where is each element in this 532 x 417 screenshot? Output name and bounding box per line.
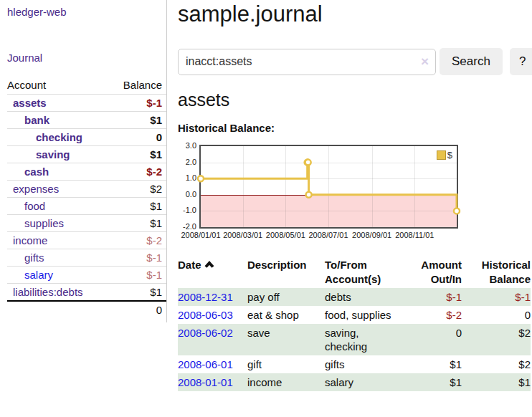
y-tick-label: -1.0 (178, 206, 196, 214)
account-row: gifts$-1 (7, 249, 166, 266)
transaction-accounts: debts (325, 288, 405, 306)
accounts-total-value: 0 (156, 304, 162, 316)
legend-label: $ (447, 150, 452, 160)
account-balance: $1 (150, 200, 162, 212)
account-balance: $-1 (146, 251, 162, 264)
help-button[interactable]: ? (510, 48, 532, 75)
column-header-balance: Historical Balance (462, 257, 531, 288)
transaction-balance: $1 (462, 373, 531, 391)
transaction-balance: $-1 (462, 288, 531, 306)
x-tick-label: 2008/09/01 (352, 231, 391, 239)
account-link[interactable]: liabilities:debts (7, 286, 83, 298)
account-row: salary$-1 (7, 266, 166, 283)
accounts-header-account: Account (7, 79, 46, 91)
y-tick-label: 2.0 (178, 158, 196, 166)
account-balance: $1 (150, 114, 162, 126)
account-balance: $-2 (146, 234, 162, 246)
clear-search-icon[interactable]: × (421, 54, 429, 68)
account-row: liabilities:debts$1 (7, 283, 166, 300)
account-link[interactable]: supplies (7, 217, 64, 229)
account-balance: 0 (156, 131, 162, 143)
accounts-total-row: 0 (7, 300, 166, 318)
transaction-date-link[interactable]: 2008-12-31 (178, 291, 233, 303)
transaction-amount: $-2 (405, 306, 462, 324)
transaction-amount: 0 (405, 324, 462, 355)
account-row: supplies$1 (7, 214, 166, 231)
account-link[interactable]: bank (7, 114, 49, 126)
transaction-accounts: food, supplies (325, 306, 405, 324)
accounts-header-balance: Balance (123, 79, 162, 91)
column-header-account: To/From Account(s) (325, 257, 405, 288)
transaction-row: 2008-06-02savesaving, checking0$2 (178, 324, 531, 355)
transaction-row: 2008-12-31pay offdebts$-1$-1 (178, 288, 531, 306)
data-point-marker (454, 208, 460, 214)
chart-title: Historical Balance: (178, 122, 532, 134)
chart-line-series (201, 146, 457, 227)
accounts-table: Account Balance assets$-1bank$1checking0… (7, 77, 166, 318)
account-balance: $1 (150, 217, 162, 229)
account-link[interactable]: saving (7, 148, 70, 160)
data-point-marker (305, 160, 311, 166)
account-link[interactable]: cash (7, 166, 49, 178)
transaction-date-link[interactable]: 2008-06-01 (178, 358, 233, 370)
y-tick-label: -2.0 (178, 222, 196, 231)
account-row: cash$-2 (7, 163, 166, 180)
register-table: Date Description To/From Account(s) Amou… (178, 257, 531, 391)
column-header-amount: Amount Out/In (405, 257, 462, 288)
transaction-description: save (247, 324, 325, 355)
account-link[interactable]: salary (7, 269, 53, 281)
account-link[interactable]: gifts (7, 251, 44, 264)
series-line (201, 163, 457, 211)
account-balance: $-1 (146, 269, 162, 281)
accounts-rows: assets$-1bank$1checking0saving$1cash$-2e… (7, 94, 166, 300)
search-bar: × Search ? (178, 48, 532, 75)
transaction-balance: $2 (462, 324, 531, 355)
y-tick-label: 1.0 (178, 173, 196, 182)
account-balance: $1 (150, 148, 162, 160)
account-row: saving$1 (7, 145, 166, 163)
account-balance: $-1 (146, 97, 162, 109)
account-link[interactable]: assets (7, 97, 47, 109)
transaction-amount: $1 (405, 373, 462, 391)
account-balance: $-2 (146, 166, 162, 178)
app-title-link[interactable]: hledger-web (7, 6, 166, 18)
transaction-row: 2008-06-03eat & shopfood, supplies$-20 (178, 306, 531, 324)
account-heading: assets (178, 90, 532, 110)
transaction-accounts: gifts (325, 355, 405, 373)
x-tick-label: 2008/11/01 (395, 231, 434, 239)
account-link[interactable]: food (7, 200, 45, 212)
transaction-accounts: saving, checking (325, 324, 405, 355)
transaction-balance: 0 (462, 306, 531, 324)
transaction-description: pay off (247, 288, 325, 306)
transaction-date-link[interactable]: 2008-06-03 (178, 309, 233, 321)
account-balance: $2 (150, 183, 162, 195)
transaction-row: 2008-01-01incomesalary$1$1 (178, 373, 531, 391)
account-link[interactable]: checking (7, 131, 82, 143)
main-content: sample.journal × Search ? assets Histori… (167, 0, 532, 391)
x-tick-label: 2008/03/01 (223, 231, 262, 239)
account-row: income$-2 (7, 231, 166, 249)
column-header-date[interactable]: Date (178, 257, 247, 288)
transaction-amount: $1 (405, 355, 462, 373)
x-tick-label: 2008/07/01 (308, 231, 348, 239)
account-row: checking0 (7, 128, 166, 145)
column-header-description: Description (247, 257, 325, 288)
account-balance: $1 (150, 286, 162, 298)
x-tick-label: 2008/01/01 (181, 231, 220, 239)
sidebar-item-journal[interactable]: Journal (7, 52, 166, 64)
search-input[interactable] (178, 49, 436, 75)
transaction-date-link[interactable]: 2008-06-02 (178, 327, 233, 339)
transaction-amount: $-1 (405, 288, 462, 306)
x-tick-label: 2008/05/01 (266, 231, 305, 239)
account-link[interactable]: income (7, 234, 47, 246)
transaction-description: gift (247, 355, 325, 373)
transaction-date-link[interactable]: 2008-01-01 (178, 376, 233, 388)
transaction-accounts: salary (325, 373, 405, 391)
chart-legend: $ (436, 150, 453, 160)
sort-ascending-icon (204, 261, 214, 269)
account-link[interactable]: expenses (7, 183, 59, 195)
column-header-date-label: Date (178, 259, 201, 271)
search-input-wrap: × (178, 49, 436, 75)
search-button[interactable]: Search (440, 48, 503, 75)
y-tick-label: 0.0 (178, 190, 196, 198)
